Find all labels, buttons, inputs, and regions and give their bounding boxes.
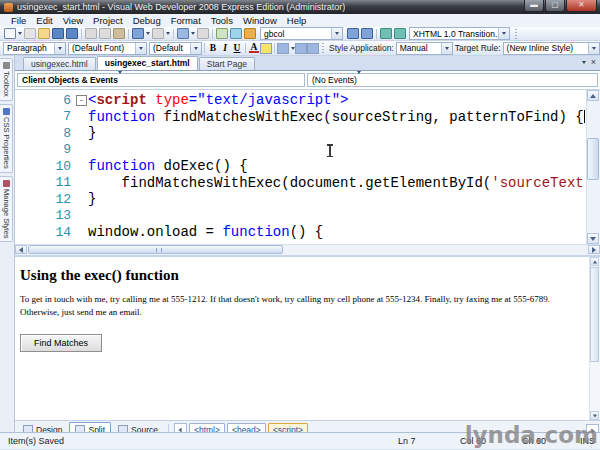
show-glyphs-button[interactable]	[393, 28, 407, 39]
scroll-down-icon[interactable]	[587, 233, 599, 244]
event-combobox[interactable]: (No Events)	[307, 73, 598, 87]
find-combobox[interactable]: gbcol	[260, 27, 343, 40]
increase-indent-button[interactable]	[360, 28, 374, 39]
document-list-dropdown-icon[interactable]	[582, 61, 586, 64]
close-button[interactable]: ✕	[566, 0, 597, 12]
chevron-down-icon[interactable]	[18, 32, 22, 35]
chevron-down-icon[interactable]	[190, 43, 201, 54]
code-token: findMatchesWithExec(sourceString, patter…	[155, 109, 583, 125]
cut-button[interactable]	[84, 28, 98, 39]
alignment-button[interactable]	[277, 43, 289, 54]
menu-help[interactable]: Help	[282, 15, 312, 26]
undo-button[interactable]	[131, 28, 151, 39]
redo-button[interactable]	[151, 28, 171, 39]
scroll-left-icon[interactable]	[15, 245, 27, 254]
toolbar-overflow-grip[interactable]	[515, 29, 517, 39]
chevron-down-icon[interactable]	[118, 74, 122, 86]
decrease-indent-button[interactable]	[346, 28, 360, 39]
tab-usingexec-html[interactable]: usingexec.html	[23, 57, 96, 70]
scrollbar-thumb[interactable]	[28, 245, 283, 254]
toolbar-overflow-grip[interactable]	[322, 43, 324, 53]
chevron-down-icon[interactable]	[135, 43, 146, 54]
chevron-down-icon[interactable]	[331, 28, 342, 39]
source-vertical-scrollbar[interactable]	[586, 90, 600, 244]
source-editor[interactable]: 6-<script type="text/javascript">7functi…	[15, 90, 600, 244]
bold-button[interactable]: B	[207, 43, 219, 53]
target-rule-combobox[interactable]: (New Inline Style)	[503, 42, 600, 55]
line-number: 6	[15, 93, 76, 108]
text-caret	[584, 110, 586, 123]
paste-button[interactable]	[112, 28, 126, 39]
minimize-button[interactable]: ▬	[524, 0, 544, 12]
block-format-combobox[interactable]: Paragraph	[3, 42, 66, 55]
save-all-button[interactable]	[65, 28, 79, 39]
font-name-combobox[interactable]: (Default Font)	[68, 42, 147, 55]
close-document-icon[interactable]: ×	[591, 58, 596, 67]
save-button[interactable]	[51, 28, 65, 39]
design-vertical-scrollbar[interactable]	[589, 257, 600, 420]
menu-format[interactable]: Format	[166, 15, 206, 26]
code-line: 6-<script type="text/javascript">	[15, 92, 586, 109]
menu-view[interactable]: View	[58, 15, 88, 26]
tab-start-page[interactable]: Start Page	[199, 57, 255, 70]
chevron-down-icon[interactable]	[191, 32, 195, 35]
bullet-list-button[interactable]	[295, 43, 307, 54]
navigate-backward-button[interactable]	[176, 28, 196, 39]
formatting-toolbar: Paragraph (Default Font) (Default B I U …	[0, 41, 600, 56]
event-combobox-value: (No Events)	[312, 75, 357, 85]
menu-debug[interactable]: Debug	[128, 15, 166, 26]
chevron-down-icon[interactable]	[441, 43, 452, 54]
html-reference-button[interactable]	[243, 28, 257, 39]
code-token: script	[96, 92, 146, 108]
sidebar-tab-manage-styles[interactable]: Manage Styles	[0, 176, 13, 243]
view-in-browser-button[interactable]	[229, 28, 243, 39]
new-item-button[interactable]	[3, 28, 23, 39]
sidebar-tab-css-properties[interactable]: CSS Properties	[0, 104, 13, 173]
menu-tools[interactable]: Tools	[206, 15, 238, 26]
scroll-right-icon[interactable]	[588, 245, 600, 254]
collapse-region-icon[interactable]: -	[76, 95, 87, 106]
underline-button[interactable]: U	[231, 43, 243, 53]
font-color-button[interactable]: A	[249, 43, 259, 53]
schema-combobox-value: XHTML 1.0 Transition.	[413, 29, 497, 39]
design-heading: Using the exec() function	[20, 267, 584, 284]
maximize-button[interactable]: ▢	[545, 0, 565, 12]
scroll-up-icon[interactable]	[590, 257, 599, 266]
add-item-button[interactable]	[23, 28, 37, 39]
sidebar-tab-toolbox[interactable]: Toolbox	[0, 58, 13, 101]
chevron-down-icon[interactable]	[166, 32, 170, 35]
show-borders-button[interactable]	[379, 28, 393, 39]
window-title: usingexec_start.html - Visual Web Develo…	[17, 2, 345, 12]
style-application-combobox[interactable]: Manual	[396, 42, 453, 55]
schema-combobox[interactable]: XHTML 1.0 Transition.	[409, 27, 510, 40]
navigate-forward-button[interactable]	[196, 28, 210, 39]
highlight-button[interactable]	[260, 43, 272, 54]
design-view[interactable]: Using the exec() function To get in touc…	[15, 257, 600, 420]
find-matches-button[interactable]: Find Matches	[20, 334, 102, 352]
chevron-down-icon[interactable]	[498, 28, 509, 39]
menu-file[interactable]: File	[6, 15, 31, 26]
chevron-down-icon[interactable]	[146, 32, 150, 35]
code-text: }	[88, 191, 96, 208]
scroll-up-icon[interactable]	[587, 90, 599, 101]
chevron-down-icon[interactable]	[357, 74, 361, 86]
font-size-combobox[interactable]: (Default	[149, 42, 202, 55]
menu-window[interactable]: Window	[238, 15, 282, 26]
menu-edit[interactable]: Edit	[31, 15, 57, 26]
chevron-down-icon[interactable]	[588, 43, 599, 54]
source-horizontal-scrollbar[interactable]	[15, 244, 600, 255]
open-file-button[interactable]	[37, 28, 51, 39]
scrollbar-thumb[interactable]	[587, 138, 599, 180]
tab-usingexec-start-html[interactable]: usingexec_start.html	[97, 56, 198, 70]
scroll-down-icon[interactable]	[590, 411, 599, 420]
object-combobox[interactable]: Client Objects & Events	[17, 73, 305, 87]
scrollbar-thumb[interactable]	[590, 267, 599, 362]
numbered-list-button[interactable]	[307, 43, 319, 54]
chevron-down-icon[interactable]	[54, 43, 65, 54]
start-debugging-button[interactable]	[215, 28, 229, 39]
undo-icon	[132, 28, 144, 39]
italic-button[interactable]: I	[219, 43, 231, 53]
menu-project[interactable]: Project	[88, 15, 128, 26]
copy-button[interactable]	[98, 28, 112, 39]
ibeam-mouse-cursor	[329, 145, 331, 156]
